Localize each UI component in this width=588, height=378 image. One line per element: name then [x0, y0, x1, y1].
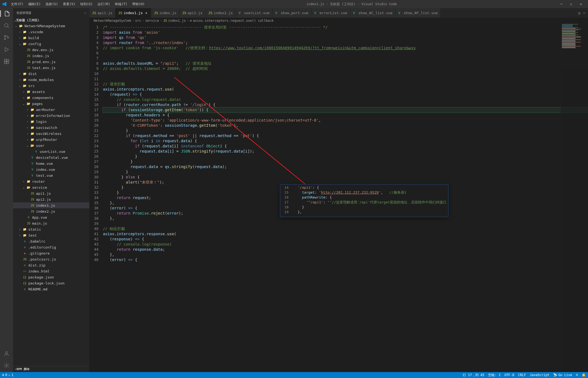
- tree-item[interactable]: ⌄📂config: [13, 41, 89, 47]
- menu-item[interactable]: 终端(T): [113, 1, 130, 8]
- tree-item[interactable]: ›📁router: [13, 178, 89, 184]
- code-line[interactable]: [103, 221, 588, 226]
- code-line[interactable]: request.data[i] = JSON.stringify(request…: [103, 149, 588, 154]
- tree-item[interactable]: ›📁static: [13, 226, 89, 232]
- status-eol[interactable]: CRLF: [518, 373, 526, 377]
- settings-gear-icon[interactable]: [3, 362, 10, 369]
- run-debug-icon[interactable]: [3, 46, 10, 53]
- code-line[interactable]: return response.data;: [103, 247, 588, 252]
- breadcrumb-segment[interactable]: src: [135, 19, 141, 23]
- tree-item[interactable]: JSapi1.js: [13, 190, 89, 196]
- code-line[interactable]: 'X-CSRFToken': sessionStorage.getItem('t…: [103, 123, 588, 128]
- menu-item[interactable]: 转到(G): [78, 1, 95, 8]
- tree-item[interactable]: JSindex2.js: [13, 208, 89, 214]
- tree-item[interactable]: ›📁saviswitch: [13, 125, 89, 131]
- npm-scripts-section[interactable]: › NPM 脚本: [13, 366, 89, 372]
- tree-item[interactable]: ◆.gitignore: [13, 250, 89, 256]
- tree-item[interactable]: ⌄📂pages: [13, 101, 89, 107]
- status-cursor[interactable]: 行 17，列 45: [463, 373, 484, 377]
- close-button[interactable]: ✕: [578, 2, 584, 6]
- code-line[interactable]: }: [103, 169, 588, 175]
- code-line[interactable]: if (sessionStorage.getItem('token')) {: [103, 107, 588, 113]
- status-encoding[interactable]: UTF-8: [504, 373, 514, 377]
- tree-item[interactable]: VApp.vue: [13, 214, 89, 220]
- tree-item[interactable]: VdeviceTotal.vue: [13, 154, 89, 160]
- tree-item[interactable]: ›📁aerRouter: [13, 107, 89, 113]
- workspace-section[interactable]: ⌄ 无标题 (工作区): [13, 18, 89, 23]
- code-line[interactable]: // 请求拦截: [103, 82, 588, 87]
- code-line[interactable]: 'Content-Type': 'application/x-www-form-…: [103, 118, 588, 123]
- code-line[interactable]: (error) => {: [103, 257, 588, 262]
- status-language[interactable]: JavaScript: [530, 373, 549, 377]
- code-line[interactable]: if (request.data[i] instanceof Object) {: [103, 144, 588, 149]
- status-bell-icon[interactable]: 🔔: [582, 373, 586, 377]
- tree-item[interactable]: Vhome.vue: [13, 160, 89, 166]
- code-line[interactable]: // console.log(response): [103, 242, 588, 247]
- breadcrumb-segment[interactable]: service: [145, 19, 159, 23]
- maximize-button[interactable]: ☐: [568, 2, 574, 6]
- code-line[interactable]: /* -------------------------------------…: [103, 25, 588, 30]
- tree-item[interactable]: ⚙.editorconfig: [13, 244, 89, 250]
- tree-item[interactable]: JStest.env.js: [13, 65, 89, 71]
- tree-item[interactable]: JSindex1.js: [13, 202, 89, 208]
- code-line[interactable]: // 响应拦截: [103, 226, 588, 231]
- tree-item[interactable]: ›📁.vscode: [13, 29, 89, 35]
- menu-item[interactable]: 运行(R): [95, 1, 112, 8]
- code-line[interactable]: [103, 51, 588, 56]
- more-icon[interactable]: ⋯: [583, 11, 585, 15]
- editor-tab[interactable]: VerrorList.vue: [311, 8, 350, 18]
- code-line[interactable]: if (request.method == 'post' || request.…: [103, 133, 588, 138]
- breadcrumb[interactable]: NetworkManageSystem›src›service›JSindex1…: [89, 18, 588, 24]
- menu-item[interactable]: 查看(V): [61, 1, 78, 8]
- tree-item[interactable]: ›📁login: [13, 119, 89, 125]
- tree-item[interactable]: ⌄📂src: [13, 83, 89, 89]
- accounts-icon[interactable]: [3, 350, 10, 357]
- tree-item[interactable]: ›📁assets: [13, 89, 89, 95]
- code-line[interactable]: import axios from 'axios': [103, 30, 588, 35]
- split-editor-icon[interactable]: ◫: [578, 11, 580, 15]
- tree-item[interactable]: ⌄📂user: [13, 142, 89, 148]
- code-editor[interactable]: 1234567891011121314151617181920212223242…: [89, 24, 588, 372]
- code-line[interactable]: axios.defaults.baseURL = "/api1"; // 请求基…: [103, 61, 588, 66]
- tree-item[interactable]: ⌄📂NetworkManageSystem: [13, 23, 89, 29]
- code-line[interactable]: if (router.currentRoute.path != '/login'…: [103, 102, 588, 107]
- code-line[interactable]: axios.interceptors.response.use(: [103, 231, 588, 237]
- explorer-icon[interactable]: [0, 10, 13, 17]
- code-line[interactable]: import qs from 'qs': [103, 35, 588, 40]
- status-errors[interactable]: ⊗0 ⚠1: [2, 373, 13, 377]
- tree-item[interactable]: ›📁urpfRouter: [13, 137, 89, 142]
- code-line[interactable]: (response) => {: [103, 237, 588, 242]
- more-icon[interactable]: ⋯: [84, 11, 86, 15]
- close-icon[interactable]: ×: [144, 11, 148, 15]
- tree-item[interactable]: JSprod.env.js: [13, 59, 89, 65]
- tree-item[interactable]: ›📁saviWireless: [13, 131, 89, 137]
- tree-item[interactable]: {}package-lock.json: [13, 280, 89, 286]
- editor-tab[interactable]: Vshow_AC_list.vue: [350, 8, 396, 18]
- tree-item[interactable]: JSmain.js: [13, 220, 89, 226]
- tree-item[interactable]: Vindex.vue: [13, 166, 89, 172]
- tree-item[interactable]: ›📁build: [13, 35, 89, 41]
- code-line[interactable]: [103, 56, 588, 61]
- code-line[interactable]: [103, 76, 588, 82]
- code-line[interactable]: [103, 71, 588, 76]
- tree-item[interactable]: Vtest.vue: [13, 172, 89, 178]
- status-golive[interactable]: 📡Go Live: [553, 373, 572, 377]
- tree-item[interactable]: ›📁node_modules: [13, 77, 89, 83]
- editor-tab[interactable]: JSindex1.js×: [115, 8, 151, 18]
- tree-item[interactable]: JSindex.js: [13, 53, 89, 59]
- breadcrumb-segment[interactable]: NetworkManageSystem: [94, 19, 131, 23]
- editor-tab[interactable]: JSindex2.js: [206, 8, 236, 18]
- tree-item[interactable]: ⚙.babelrc: [13, 238, 89, 244]
- tree-item[interactable]: <>index.html: [13, 268, 89, 274]
- tree-item[interactable]: ⚙README.md: [13, 286, 89, 292]
- status-spaces[interactable]: 空格: 2: [488, 373, 501, 377]
- editor-tab[interactable]: JSindex.js: [151, 8, 179, 18]
- tree-item[interactable]: JSdev.env.js: [13, 47, 89, 53]
- tree-item[interactable]: JSapi2.js: [13, 196, 89, 202]
- breadcrumb-segment[interactable]: index1.js: [168, 19, 186, 23]
- code-line[interactable]: }: [103, 159, 588, 164]
- editor-tab[interactable]: JSapi2.js: [179, 8, 206, 18]
- code-line[interactable]: import router from '../router/index';: [103, 40, 588, 45]
- code-line[interactable]: // console.log(request.data): [103, 97, 588, 102]
- tree-item[interactable]: ⚙dist.zip: [13, 262, 89, 268]
